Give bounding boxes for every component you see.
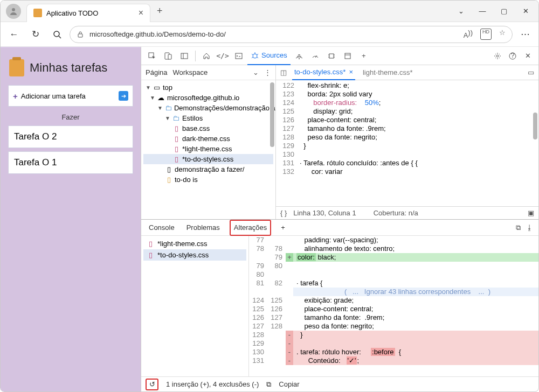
coverage-status: Cobertura: n/a — [374, 209, 418, 217]
workspace-tab[interactable]: Workspace — [172, 68, 208, 76]
svg-point-1 — [54, 31, 59, 37]
new-tab-button[interactable]: + — [150, 5, 169, 17]
sources-tab[interactable]: Sources — [247, 47, 291, 65]
close-window-button[interactable]: ✕ — [521, 7, 530, 15]
download-icon[interactable]: ⭳ — [526, 223, 533, 232]
code-editor[interactable]: 122123124125126127128129130131132 flex-s… — [276, 80, 538, 206]
devtools-drawer: Console Problemas Alterações + ⧉ ⭳ ▯*lig… — [141, 219, 538, 391]
minimize-button[interactable]: — — [478, 7, 487, 15]
chevron-down-icon[interactable]: ⌄ — [457, 7, 465, 15]
close-tab-icon[interactable]: × — [139, 8, 143, 18]
tree-file[interactable]: base.css — [182, 124, 210, 132]
tree-folder[interactable]: Estilos — [182, 114, 203, 122]
device-icon[interactable] — [161, 48, 176, 64]
user-icon — [9, 7, 18, 16]
help-icon[interactable]: ? — [505, 48, 520, 64]
file-tab-active[interactable]: to-do-styles.css*× — [292, 65, 355, 80]
image-icon[interactable]: ▣ — [528, 209, 534, 217]
devtools: </> Sources + ? ✕ Página Workspace — [141, 47, 538, 391]
copy-label[interactable]: Copiar — [279, 380, 299, 388]
add-task-input[interactable]: + Adicionar uma tarefa ➔ — [8, 85, 133, 107]
network-icon[interactable] — [292, 48, 307, 64]
section-label: Fazer — [8, 113, 133, 121]
back-button[interactable]: ← — [5, 25, 23, 44]
pagina-tab[interactable]: Página — [146, 68, 167, 76]
tree-file[interactable]: *to-do-styles.css — [182, 155, 233, 163]
close-icon[interactable]: × — [349, 68, 353, 76]
address-bar[interactable]: microsoftedge.github.io/Demos/demo-to-do… — [70, 26, 513, 43]
svg-text:?: ? — [510, 52, 514, 59]
svg-rect-18 — [329, 54, 334, 58]
more-icon[interactable]: ⋮ — [264, 68, 271, 76]
more-tabs-button[interactable]: + — [356, 48, 371, 64]
svg-rect-9 — [236, 53, 242, 59]
inspect-icon[interactable] — [144, 48, 160, 64]
copy-icon[interactable]: ⧉ — [266, 380, 271, 389]
revert-button[interactable]: ↺ — [146, 379, 158, 390]
dock-icon[interactable]: ⧉ — [516, 223, 521, 232]
changes-summary: 1 inserção (+), 4 exclusões (-) — [166, 380, 259, 388]
changed-file[interactable]: ▯*light-theme.css — [143, 238, 246, 249]
browser-tab[interactable]: Aplicativo TODO × — [26, 4, 150, 22]
bug-icon — [251, 51, 259, 60]
braces-button[interactable]: { } — [280, 209, 287, 217]
hd-icon[interactable]: HD — [480, 29, 492, 39]
settings-icon[interactable] — [490, 48, 505, 64]
more-icon[interactable]: ▭ — [528, 68, 534, 76]
plus-icon: + — [13, 92, 18, 101]
tree-folder[interactable]: Demonstrações/demonstração a fazer — [174, 104, 275, 112]
editor-tabs: ◫ to-do-styles.css*× light-theme.css* ▭ — [276, 65, 538, 80]
add-drawer-tab[interactable]: + — [279, 220, 287, 236]
tree-file[interactable]: dark-theme.css — [182, 135, 230, 143]
sources-navigator: Página Workspace ⌄ ⋮ ▼▭top ▼☁microsofted… — [141, 65, 276, 219]
problemas-tab[interactable]: Problemas — [184, 220, 222, 236]
tab-title: Aplicativo TODO — [46, 9, 98, 17]
close-devtools-button[interactable]: ✕ — [520, 48, 535, 64]
toggle-navigator-icon[interactable]: ◫ — [280, 68, 287, 76]
memory-icon[interactable] — [324, 48, 339, 64]
search-icon — [53, 30, 61, 39]
file-tab[interactable]: light-theme.css* — [361, 65, 414, 80]
add-task-label: Adicionar uma tarefa — [21, 92, 86, 100]
diff-view[interactable]: 77 padding: var(--spacing);7878 alinhame… — [249, 236, 538, 376]
alteracoes-tab[interactable]: Alterações — [230, 220, 271, 236]
svg-rect-6 — [168, 54, 171, 59]
svg-point-0 — [12, 8, 15, 11]
svg-line-15 — [257, 57, 258, 58]
todo-app: Minhas tarefas + Adicionar uma tarefa ➔ … — [1, 47, 141, 391]
window-controls: ⌄ — ▢ ✕ — [457, 7, 538, 15]
elements-icon[interactable]: </> — [215, 48, 230, 64]
clipboard-icon — [33, 9, 42, 17]
file-tree[interactable]: ▼▭top ▼☁microsoftedge.github.io ▼🗀Demons… — [141, 80, 275, 219]
chevron-down-icon[interactable]: ⌄ — [253, 68, 259, 76]
search-button[interactable] — [48, 25, 66, 44]
console-tab[interactable]: Console — [147, 220, 177, 236]
submit-arrow-icon[interactable]: ➔ — [119, 91, 128, 101]
read-aloud-icon[interactable]: A)) — [464, 29, 473, 39]
profile-avatar[interactable] — [6, 4, 21, 19]
tree-domain[interactable]: microsoftedge.github.io — [167, 94, 239, 102]
tree-file[interactable]: demonstração a fazer/ — [175, 165, 244, 173]
tree-file[interactable]: *light-theme.css — [182, 145, 232, 153]
svg-point-25 — [496, 55, 499, 57]
panel-icon[interactable] — [177, 48, 192, 64]
tree-top[interactable]: top — [163, 83, 172, 92]
task-item[interactable]: Tarefa O 1 — [8, 151, 133, 174]
performance-icon[interactable] — [308, 48, 323, 64]
changed-file[interactable]: ▯*to-do-styles.css — [143, 249, 246, 261]
editor-status: { } Linha 130, Coluna 1 Cobertura: n/a ▣ — [276, 206, 538, 219]
svg-rect-23 — [345, 53, 350, 59]
task-item[interactable]: Tarefa O 2 — [8, 125, 133, 148]
application-icon[interactable] — [340, 48, 355, 64]
welcome-icon[interactable] — [199, 48, 214, 64]
menu-button[interactable]: ⋯ — [516, 25, 534, 44]
sources-label: Sources — [261, 51, 287, 59]
changes-file-list: ▯*light-theme.css ▯*to-do-styles.css — [141, 236, 249, 376]
tree-file[interactable]: to-do is — [175, 176, 198, 184]
cursor-position: Linha 130, Coluna 1 — [293, 209, 356, 217]
maximize-button[interactable]: ▢ — [500, 7, 508, 15]
console-icon[interactable] — [231, 48, 246, 64]
svg-rect-7 — [181, 53, 188, 59]
refresh-button[interactable]: ↻ — [26, 25, 45, 44]
favorite-icon[interactable]: ☆ — [499, 29, 506, 39]
